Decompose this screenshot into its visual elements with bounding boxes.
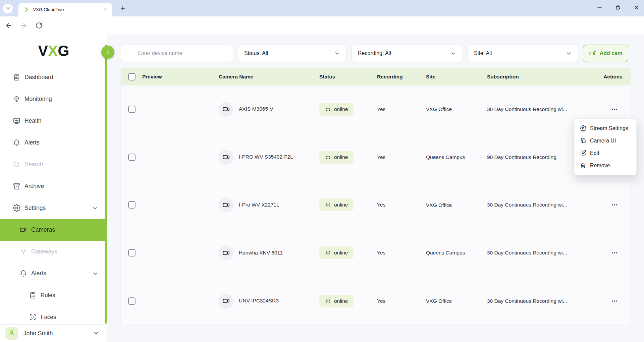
- user-avatar: [5, 327, 18, 340]
- add-cam-button[interactable]: Add cam: [583, 45, 628, 62]
- bell-icon: [19, 270, 27, 277]
- filter-bar: Enter device name Status: All Recording:…: [121, 45, 628, 62]
- sidebar-item-label: Search: [24, 161, 43, 168]
- context-menu-item-camera-ui[interactable]: Camera UI: [575, 134, 636, 147]
- select-all-checkbox[interactable]: [128, 73, 136, 80]
- sidebar-item-label: Gateways: [31, 248, 57, 255]
- chevron-down-icon: [92, 205, 99, 212]
- context-menu-label: Edit: [590, 150, 599, 156]
- recording-value: Yes: [377, 154, 426, 160]
- sidebar-item-archive[interactable]: Archive: [0, 175, 107, 197]
- status-filter-select[interactable]: Status: All: [238, 45, 347, 62]
- broadcast-icon: [325, 250, 331, 256]
- row-checkbox[interactable]: [128, 201, 136, 209]
- context-menu-label: Remove: [590, 163, 610, 169]
- minimize-button[interactable]: [596, 5, 603, 12]
- sidebar-item-search[interactable]: Search: [0, 154, 107, 175]
- dashboard-icon: [13, 73, 20, 81]
- device-search-input[interactable]: Enter device name: [121, 45, 233, 62]
- status-badge: online: [319, 295, 354, 307]
- restore-button[interactable]: [614, 5, 622, 12]
- site-value: VXG Office: [426, 106, 487, 113]
- new-tab-button[interactable]: [117, 4, 126, 13]
- header-actions: Actions: [598, 74, 631, 80]
- camera-name: I-PRO WV-S35402-F2L: [239, 154, 293, 161]
- row-actions-button[interactable]: [609, 296, 620, 306]
- health-monitor-icon: [13, 117, 20, 125]
- bell-icon: [13, 139, 20, 147]
- split-icon: [19, 248, 27, 255]
- chevron-down-icon: [450, 50, 457, 57]
- sidebar-item-label: Settings: [24, 205, 46, 212]
- sidebar-menu: DashboardMonitoringHealthAlertsSearchArc…: [0, 66, 107, 324]
- sidebar-item-cameras[interactable]: Cameras: [0, 219, 107, 241]
- row-actions-button[interactable]: [609, 248, 620, 258]
- gear-icon: [580, 125, 586, 131]
- sidebar-item-label: Alerts: [24, 139, 40, 146]
- table-row: UNV IPC324SR3onlineYesVXG Office30 Day C…: [121, 277, 631, 325]
- sidebar-item-alerts[interactable]: Alerts: [0, 132, 107, 154]
- status-text: online: [334, 250, 348, 256]
- header-subscription: Subscription: [487, 74, 598, 80]
- row-checkbox[interactable]: [128, 297, 136, 305]
- sidebar-item-rules[interactable]: Rules: [0, 284, 107, 306]
- close-icon: [633, 4, 640, 12]
- window-controls: [596, 0, 640, 16]
- forward-button[interactable]: [19, 21, 28, 30]
- context-menu-label: Camera UI: [590, 138, 616, 144]
- row-checkbox[interactable]: [128, 154, 136, 161]
- sidebar-item-alerts[interactable]: Alerts: [0, 263, 107, 284]
- status-badge: online: [319, 103, 354, 116]
- header-camera-name: Camera Name: [219, 74, 319, 80]
- sidebar-collapse-button[interactable]: [101, 46, 114, 59]
- status-filter-value: Status: All: [244, 50, 268, 56]
- video-camera-icon: [219, 102, 233, 117]
- context-menu-item-edit[interactable]: Edit: [575, 147, 636, 159]
- webcam-icon: [13, 95, 20, 103]
- status-badge: online: [319, 246, 354, 259]
- video-camera-icon: [219, 245, 233, 260]
- header-site: Site: [426, 73, 487, 80]
- tab-search-button[interactable]: [3, 4, 13, 13]
- sidebar-scrollbar[interactable]: [105, 45, 107, 324]
- site-value: Queens Campus: [426, 154, 487, 161]
- browser-tab[interactable]: VXG CloudTwo: [18, 3, 112, 16]
- table-row: Hanwha XNV-6011onlineYesQueens Campus30 …: [121, 229, 631, 277]
- row-actions-button[interactable]: [609, 104, 620, 114]
- tab-close-button[interactable]: [102, 6, 109, 13]
- chevron-down-icon: [92, 270, 99, 277]
- back-button[interactable]: [5, 21, 13, 30]
- sidebar-item-monitoring[interactable]: Monitoring: [0, 88, 107, 110]
- vxg-logo: VXG: [0, 43, 107, 59]
- context-menu-item-remove[interactable]: Remove: [575, 159, 636, 172]
- sidebar-item-faces[interactable]: Faces: [0, 306, 107, 324]
- sidebar-item-label: Alerts: [31, 270, 46, 277]
- recording-value: Yes: [377, 250, 426, 256]
- vxg-favicon-icon: [24, 7, 30, 12]
- camera-name: AXIS M3065-V: [239, 106, 273, 113]
- face-scan-icon: [29, 313, 37, 321]
- row-actions-button[interactable]: [609, 200, 620, 210]
- reload-button[interactable]: [35, 21, 44, 30]
- broadcast-icon: [325, 298, 331, 304]
- sidebar-item-gateways[interactable]: Gateways: [0, 241, 107, 263]
- device-search-placeholder: Enter device name: [138, 50, 182, 56]
- user-menu[interactable]: John Smith: [0, 324, 107, 342]
- subscription-value: 30 Day Continuous Recording wi...: [487, 106, 598, 112]
- video-camera-icon: [19, 226, 27, 234]
- sidebar-item-settings[interactable]: Settings: [0, 197, 107, 219]
- site-filter-select[interactable]: Site: All: [468, 45, 578, 62]
- sidebar-item-dashboard[interactable]: Dashboard: [0, 66, 107, 88]
- sidebar-item-health[interactable]: Health: [0, 110, 107, 132]
- chevron-left-icon: [105, 48, 111, 56]
- context-menu-item-stream-settings[interactable]: Stream Settings: [575, 122, 636, 134]
- close-window-button[interactable]: [633, 5, 640, 12]
- row-checkbox[interactable]: [128, 249, 136, 256]
- broadcast-icon: [325, 154, 331, 160]
- browser-window: VXG CloudTwo cloudtwo-prod.vxgdemo.cloud…: [0, 0, 644, 342]
- status-badge: online: [319, 151, 354, 164]
- row-checkbox[interactable]: [128, 106, 136, 113]
- recording-filter-select[interactable]: Recording: All: [352, 45, 463, 62]
- camera-ui-icon: [580, 137, 586, 144]
- status-text: online: [334, 298, 348, 304]
